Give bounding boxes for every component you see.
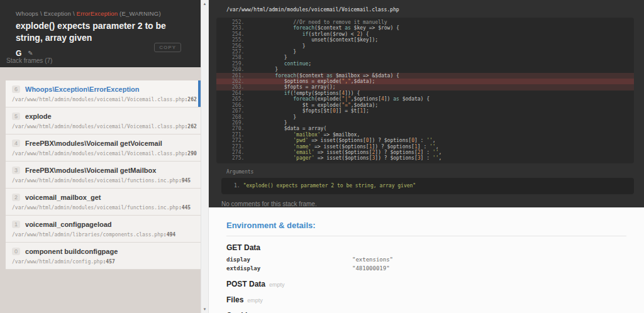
code-text: } — [248, 49, 296, 55]
frame-number-badge: 4 — [12, 140, 20, 147]
code-line-273: 273. 'name' => isset($options[1]) ? $opt… — [216, 144, 634, 150]
code-token: => isset($options[ — [314, 150, 372, 155]
code-text: foreach($context as $key => $row) { — [248, 25, 399, 31]
code-token: => isset($options[ — [314, 155, 372, 161]
code-token: } — [303, 43, 306, 49]
frame-number-badge: 1 — [12, 221, 20, 228]
frame-function-name: voicemail_mailbox_get — [25, 194, 101, 201]
code-text: foreach(explode("|",$options[4]) as $oda… — [248, 96, 430, 102]
line-number: 265. — [216, 96, 248, 102]
frame-function-name: FreePBX\modules\Voicemail getVoicemail — [25, 140, 162, 147]
error-severity: (E_WARNING) — [118, 10, 161, 17]
stack-frames-list: 6Whoops\Exception\ErrorException/var/www… — [0, 67, 201, 313]
indent — [248, 61, 284, 67]
code-token: 'email' — [293, 150, 314, 155]
comments-note: No comments for this stack frame. — [221, 200, 644, 207]
frame-file-path: /var/www/html/admin/modules/voicemail/Vo… — [12, 151, 194, 156]
code-text: 'pwd' => isset($options[0]) ? $options[0… — [248, 138, 436, 143]
scrollbar-down-icon[interactable]: ▼ — [201, 307, 208, 311]
code-token: $fopts[$t[ — [303, 108, 333, 114]
code-token: unset($context[$key]); — [311, 37, 378, 43]
code-token: continue — [284, 61, 309, 67]
stack-frame-2[interactable]: 2voicemail_mailbox_get/var/www/html/admi… — [6, 189, 201, 216]
code-text: 'email' => isset($options[2]) ? $options… — [248, 150, 441, 155]
code-token: ]) ? $options[ — [375, 155, 417, 161]
code-text: continue; — [248, 61, 311, 67]
code-line-261: 261. foreach($context as $mailbox => &$d… — [216, 73, 634, 79]
code-token: $fopts = array(); — [284, 84, 336, 90]
stack-frame-3[interactable]: 3FreePBX\modules\Voicemail getMailbox/va… — [6, 162, 201, 189]
code-line-270: 270. $data = array( — [216, 126, 634, 131]
google-search-icon[interactable]: G — [16, 49, 21, 58]
line-number: 275. — [216, 155, 248, 161]
breadcrumb: Whoops \ Exception \ ErrorException (E_W… — [16, 10, 201, 17]
code-token: , — [438, 150, 441, 155]
code-line-256: 256. } — [216, 43, 634, 49]
env-value: "extensions" — [352, 255, 393, 264]
code-token: ($context — [296, 73, 326, 79]
code-line-275: 275. 'pager' => isset($options[3]) ? $op… — [216, 155, 634, 161]
frame-head: 0component buildconfigpage — [12, 248, 194, 255]
frame-head: 2voicemail_mailbox_get — [12, 194, 194, 201]
frame-file-path: /var/www/html/admin/modules/voicemail/Vo… — [12, 124, 194, 129]
indent — [248, 108, 303, 114]
code-token: 'mailbox' — [293, 132, 320, 138]
code-token: as — [393, 96, 399, 102]
env-section-title: GET Data — [226, 243, 626, 252]
code-token: as — [326, 73, 333, 79]
code-line-263: 263. $fopts = array(); — [216, 84, 634, 90]
indent — [248, 126, 284, 131]
left-panel-scrollbar[interactable]: ▲ ▼ — [201, 0, 209, 313]
line-number: 269. — [216, 120, 248, 126]
code-token: ] : — [421, 150, 433, 155]
code-token: ] : — [421, 155, 433, 161]
frame-head: 1voicemail_configpageload — [12, 221, 194, 228]
arguments-label: Arguments — [226, 169, 644, 175]
frame-number-badge: 2 — [12, 194, 20, 201]
code-token: foreach — [275, 73, 296, 79]
indent — [248, 67, 275, 72]
code-token: ] : — [414, 138, 426, 143]
code-token: //Or need to remove it manuelly — [293, 19, 387, 25]
exception-message: explode() expects parameter 2 to be stri… — [16, 20, 186, 44]
copy-button[interactable]: COPY — [154, 43, 181, 52]
code-token: ]] = $t[ — [336, 108, 360, 114]
code-token: ,$odata); — [351, 102, 378, 108]
stack-frame-4[interactable]: 4FreePBX\modules\Voicemail getVoicemail/… — [6, 135, 201, 162]
line-number: 255. — [216, 37, 248, 43]
code-token: ($context — [314, 25, 345, 31]
code-text: //Or need to remove it manuelly — [248, 19, 387, 25]
code-text: } — [248, 114, 296, 120]
frame-file-path: /var/www/html/admin/modules/voicemail/Vo… — [12, 97, 194, 102]
scrollbar-up-icon[interactable]: ▲ — [201, 2, 208, 6]
frame-number-badge: 0 — [12, 248, 20, 255]
code-token: ) { — [360, 31, 369, 37]
indent — [248, 150, 293, 155]
indent — [248, 79, 284, 84]
stack-frame-1[interactable]: 1voicemail_configpageload/var/www/html/a… — [6, 216, 201, 243]
frame-number-badge: 6 — [12, 85, 20, 93]
env-section-title: POST Dataempty — [226, 280, 626, 288]
line-number: 267. — [216, 108, 248, 114]
code-token: ]) ? $options[ — [375, 150, 417, 155]
stack-frame-0[interactable]: 0component buildconfigpage/var/www/html/… — [6, 243, 201, 270]
frame-file-path: /var/www/html/admin/config.php:457 — [12, 259, 194, 265]
code-text: } — [248, 43, 306, 49]
code-token: (explode( — [314, 96, 341, 102]
env-empty-label: empty — [247, 297, 263, 304]
code-token: as — [345, 25, 351, 31]
code-token: if — [303, 31, 309, 37]
code-text: $options = explode(",",$data); — [248, 79, 375, 84]
code-line-274: 274. 'email' => isset($options[2]) ? $op… — [216, 150, 634, 155]
code-token: "=" — [341, 102, 350, 108]
code-token: => $mailbox, — [321, 132, 360, 138]
pencil-icon[interactable]: ✎ — [28, 50, 33, 57]
indent — [248, 43, 303, 49]
code-text: } — [248, 120, 287, 126]
stack-frame-5[interactable]: 5explode/var/www/html/admin/modules/voic… — [6, 107, 201, 135]
env-key: extdisplay — [226, 264, 352, 273]
code-token: } — [293, 114, 296, 120]
stack-frame-6[interactable]: 6Whoops\Exception\ErrorException/var/www… — [6, 80, 201, 107]
code-line-252: 252. //Or need to remove it manuelly — [216, 19, 634, 25]
argument-index: 1. — [234, 183, 240, 189]
